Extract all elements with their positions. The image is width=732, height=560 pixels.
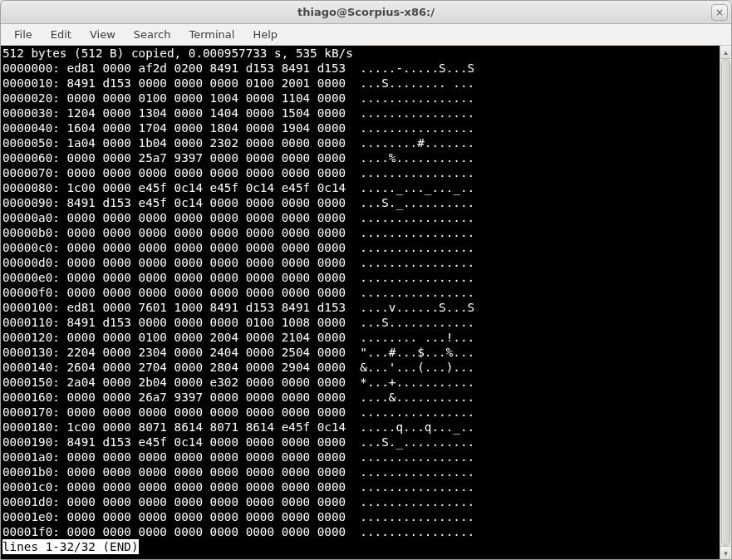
terminal-line: 0000000: ed81 0000 af2d 0200 8491 d153 8… <box>2 61 718 76</box>
menu-terminal[interactable]: Terminal <box>180 26 243 43</box>
terminal-line: 0000130: 2204 0000 2304 0000 2404 0000 2… <box>2 345 718 360</box>
terminal-line: 0000170: 0000 0000 0000 0000 0000 0000 0… <box>2 405 718 420</box>
terminal-line: 0000010: 8491 d153 0000 0000 0000 0100 2… <box>2 76 718 91</box>
terminal-area: 512 bytes (512 B) copied, 0.000957733 s,… <box>1 46 731 559</box>
terminal-line: 00000a0: 0000 0000 0000 0000 0000 0000 0… <box>2 210 718 225</box>
terminal-line: 00001e0: 0000 0000 0000 0000 0000 0000 0… <box>2 509 718 524</box>
scroll-up-button[interactable]: ▴ <box>720 46 731 59</box>
terminal-line: 00000d0: 0000 0000 0000 0000 0000 0000 0… <box>2 255 718 270</box>
terminal-line: 0000150: 2a04 0000 2b04 0000 e302 0000 0… <box>2 375 718 390</box>
scroll-down-button[interactable]: ▾ <box>720 546 731 559</box>
menu-search[interactable]: Search <box>125 26 179 43</box>
terminal-line: 0000190: 8491 d153 e45f 0c14 0000 0000 0… <box>2 435 718 449</box>
terminal-line: 512 bytes (512 B) copied, 0.000957733 s,… <box>2 46 718 61</box>
terminal-line: 0000030: 1204 0000 1304 0000 1404 0000 1… <box>2 106 718 120</box>
terminal-line: 00000b0: 0000 0000 0000 0000 0000 0000 0… <box>2 225 718 240</box>
scrollbar-thumb[interactable] <box>721 59 730 546</box>
window-title: thiago@Scorpius-x86:/ <box>297 6 435 18</box>
terminal-line: 0000080: 1c00 0000 e45f 0c14 e45f 0c14 e… <box>2 180 718 195</box>
close-icon: × <box>715 7 724 18</box>
pager-status-line: lines 1-32/32 (END) <box>2 539 139 554</box>
scrollbar-track[interactable] <box>720 59 731 546</box>
terminal-line: 0000110: 8491 d153 0000 0000 0000 0100 1… <box>2 315 718 330</box>
terminal-line: 0000070: 0000 0000 0000 0000 0000 0000 0… <box>2 165 718 180</box>
terminal-line: 0000060: 0000 0000 25a7 9397 0000 0000 0… <box>2 150 718 165</box>
chevron-up-icon: ▴ <box>724 48 728 56</box>
terminal-line: 00001c0: 0000 0000 0000 0000 0000 0000 0… <box>2 479 718 494</box>
vertical-scrollbar[interactable]: ▴ ▾ <box>720 46 731 559</box>
terminal-window: thiago@Scorpius-x86:/ × File Edit View S… <box>0 0 732 560</box>
terminal-line: 0000020: 0000 0000 0100 0000 1004 0000 1… <box>2 91 718 106</box>
terminal-line: 00000c0: 0000 0000 0000 0000 0000 0000 0… <box>2 240 718 255</box>
menu-view[interactable]: View <box>81 26 124 43</box>
menu-edit[interactable]: Edit <box>42 26 80 43</box>
terminal-line: 0000120: 0000 0000 0100 0000 2004 0000 2… <box>2 330 718 345</box>
terminal-line: 00001b0: 0000 0000 0000 0000 0000 0000 0… <box>2 464 718 479</box>
close-button[interactable]: × <box>711 4 728 21</box>
terminal-line: 0000090: 8491 d153 e45f 0c14 0000 0000 0… <box>2 195 718 210</box>
terminal-line: 0000160: 0000 0000 26a7 9397 0000 0000 0… <box>2 390 718 405</box>
titlebar: thiago@Scorpius-x86:/ × <box>1 1 731 24</box>
terminal-line: 00000e0: 0000 0000 0000 0000 0000 0000 0… <box>2 270 718 285</box>
terminal-line: 0000140: 2604 0000 2704 0000 2804 0000 2… <box>2 360 718 375</box>
terminal-line: 00001a0: 0000 0000 0000 0000 0000 0000 0… <box>2 449 718 464</box>
terminal-line: 0000040: 1604 0000 1704 0000 1804 0000 1… <box>2 120 718 135</box>
terminal-line: 00001d0: 0000 0000 0000 0000 0000 0000 0… <box>2 494 718 509</box>
menubar: File Edit View Search Terminal Help <box>1 24 731 46</box>
chevron-down-icon: ▾ <box>724 549 728 558</box>
terminal-line: 00001f0: 0000 0000 0000 0000 0000 0000 0… <box>2 524 718 539</box>
terminal-output[interactable]: 512 bytes (512 B) copied, 0.000957733 s,… <box>1 46 720 559</box>
menu-help[interactable]: Help <box>244 26 286 43</box>
terminal-line: 00000f0: 0000 0000 0000 0000 0000 0000 0… <box>2 285 718 300</box>
terminal-line: 0000180: 1c00 0000 8071 8614 8071 8614 e… <box>2 420 718 435</box>
terminal-line: 0000050: 1a04 0000 1b04 0000 2302 0000 0… <box>2 135 718 150</box>
terminal-line: 0000100: ed81 0000 7601 1000 8491 d153 8… <box>2 300 718 315</box>
menu-file[interactable]: File <box>6 26 41 43</box>
